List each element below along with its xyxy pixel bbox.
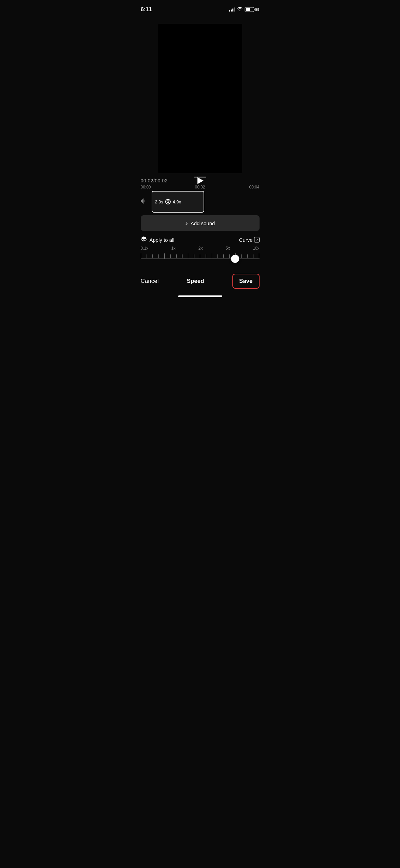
tick (194, 254, 194, 258)
battery-level: 59 (255, 7, 259, 12)
clip-duration: 2.9s (155, 199, 164, 204)
slider-track (141, 258, 260, 259)
tick (152, 254, 153, 258)
speed-label-min: 0.1x (141, 246, 149, 251)
tick (247, 254, 248, 258)
tick (253, 254, 254, 258)
save-button[interactable]: Save (232, 274, 260, 289)
curve-label: Curve (239, 237, 252, 243)
tick (176, 254, 177, 258)
external-link-icon (254, 237, 260, 242)
speed-scale-labels: 0.1x 1x 2x 5x 10x (134, 246, 266, 251)
tick (212, 253, 212, 259)
tick (229, 254, 230, 258)
home-indicator (178, 295, 222, 297)
tick (164, 253, 165, 259)
tick (147, 254, 147, 258)
tick (188, 253, 189, 259)
clip-segment[interactable]: 2.9s 4.9x (152, 191, 204, 213)
marker-end: 00:04 (249, 185, 259, 189)
play-button[interactable] (194, 175, 206, 187)
options-row: Apply to all Curve (134, 231, 266, 246)
status-icons: 59 (229, 7, 259, 12)
tick (141, 253, 141, 259)
tick (158, 254, 159, 258)
bottom-toolbar: Cancel Speed Save (134, 268, 266, 293)
time-display: 00:02/00:02 (141, 178, 168, 183)
layers-icon (141, 236, 147, 243)
clip-timeline: 2.9s 4.9x (134, 191, 266, 213)
slider-ticks (141, 256, 260, 261)
tick (182, 254, 183, 258)
video-preview (158, 24, 242, 173)
apply-all-label: Apply to all (150, 237, 174, 243)
status-bar: 6:11 59 (134, 0, 266, 17)
speed-label-max: 10x (253, 246, 259, 251)
tick (217, 254, 218, 258)
status-time: 6:11 (141, 6, 152, 13)
add-sound-label: Add sound (191, 220, 215, 226)
tick (223, 254, 224, 258)
tick (170, 254, 171, 258)
curve-button[interactable]: Curve (239, 237, 259, 243)
add-sound-button[interactable]: ♪ Add sound (141, 215, 260, 231)
volume-icon[interactable] (141, 198, 148, 206)
speed-slider[interactable] (134, 252, 266, 266)
music-icon: ♪ (185, 220, 188, 226)
slider-thumb[interactable] (231, 255, 239, 263)
play-icon (197, 177, 204, 184)
clip-track: 2.9s 4.9x (152, 191, 260, 213)
speed-label-high: 5x (226, 246, 230, 251)
speed-label-low: 1x (171, 246, 176, 251)
tick (200, 254, 201, 258)
battery-icon: 59 (245, 7, 259, 12)
clip-speed: 4.9x (173, 199, 181, 204)
tick (241, 254, 242, 258)
signal-icon (229, 7, 235, 12)
cancel-button[interactable]: Cancel (141, 275, 159, 287)
speed-label-mid: 2x (198, 246, 203, 251)
tick (206, 254, 206, 258)
wifi-icon (237, 7, 243, 12)
speed-indicator (165, 199, 171, 204)
clip-info: 2.9s 4.9x (155, 199, 201, 204)
marker-start: 00:00 (141, 185, 151, 189)
apply-to-all-button[interactable]: Apply to all (141, 236, 174, 243)
page-title: Speed (187, 278, 204, 285)
tick (259, 253, 260, 259)
transport-row: 00:02/00:02 (134, 178, 266, 183)
